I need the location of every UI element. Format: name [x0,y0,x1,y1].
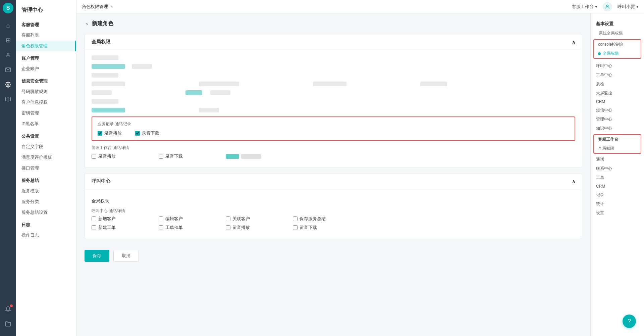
cancel-button[interactable]: 取消 [113,250,139,262]
right-nav-knowledge-center[interactable]: 知识中心 [591,124,644,133]
perm-mgmt-recording-download-input[interactable] [159,154,163,159]
settings-icon[interactable] [1,78,15,91]
checkbox-recording-download-input[interactable] [135,131,140,136]
right-nav-sms-center[interactable]: 短信中心 [591,106,644,115]
blur-row-5 [92,90,575,95]
perm-mgmt-extra[interactable] [226,154,279,159]
right-nav-call-center[interactable]: 呼叫中心 [591,61,644,70]
blur-row-2 [92,64,575,69]
right-nav-big-screen[interactable]: 大屏监控 [591,89,644,98]
blur-row-4 [92,82,575,86]
perm-link-customer[interactable]: 关联客户 [226,216,279,222]
workspace-selector[interactable]: 客服工作台 ▾ [572,4,597,10]
home-icon[interactable]: ⌂ [1,19,15,32]
tab-close-button[interactable]: × [111,5,113,9]
right-nav-settings[interactable]: 设置 [591,208,644,218]
nav-item-satisfaction-template[interactable]: 满意度评价模板 [16,152,76,163]
right-nav-contact-center[interactable]: 联系中心 [591,164,644,173]
red-box-label: 业务记录-通话记录 [98,121,569,127]
perm-voicemail-download-input[interactable] [293,225,298,230]
call-center-body: 全局权限 呼叫中心-通话详情 新增客户 编辑客户 关 [85,189,582,239]
perm-edit-customer[interactable]: 编辑客户 [159,216,212,222]
perm-voicemail-play-input[interactable] [226,225,230,230]
blur-block [185,90,202,95]
nav-item-service-settings[interactable]: 服务总结设置 [16,207,76,218]
perm-voicemail-play[interactable]: 留音播放 [226,225,279,231]
call-center-header[interactable]: 呼叫中心 ∧ [85,174,582,189]
perm-add-customer[interactable]: 新增客户 [92,216,145,222]
right-nav-statistics[interactable]: 统计 [591,199,644,208]
bell-icon[interactable] [1,302,15,316]
call-perm-row-2: 新建工单 工单催单 留音播放 留音下载 [92,225,575,231]
global-permissions-body: 业务记录-通话记录 录音播放 录音下载 [85,50,582,167]
right-nav-workorder[interactable]: 工单 [591,173,644,182]
book-icon[interactable] [1,93,15,106]
right-nav-customer-global[interactable]: 全局权限 [594,144,641,153]
right-nav-crm2[interactable]: CRM [591,182,644,190]
nav-item-role-permissions[interactable]: 角色权限管理 [16,41,76,51]
perm-ticket-urge-input[interactable] [159,225,163,230]
nav-item-operation-log[interactable]: 操作日志 [16,230,76,241]
perm-save-summary[interactable]: 保存服务总结 [293,216,346,222]
perm-edit-customer-label: 编辑客户 [165,216,183,222]
perm-new-ticket[interactable]: 新建工单 [92,225,145,231]
global-permissions-header[interactable]: 全局权限 ∧ [85,34,582,50]
folder-icon[interactable] [1,317,15,331]
app-logo: S [3,3,13,13]
right-nav-normal-items: 呼叫中心 工单中心 质检 大屏监控 CRM 短信中心 管理中心 知识中心 [591,61,644,133]
blur-row-6 [92,99,575,104]
back-button[interactable]: ＜ [85,21,89,27]
perm-link-customer-label: 关联客户 [232,216,250,222]
perm-add-customer-input[interactable] [92,217,96,221]
nav-item-customer-auth[interactable]: 客户信息授权 [16,97,76,108]
nav-item-custom-fields[interactable]: 自定义字段 [16,141,76,152]
right-nav-global-permissions-dot-row: 全局权限 [594,49,641,58]
nav-item-number-mask[interactable]: 号码脱敏规则 [16,86,76,97]
apps-icon[interactable]: ⊞ [1,34,15,47]
checkbox-recording-play[interactable]: 录音播放 [98,130,122,136]
right-nav-quality-check[interactable]: 质检 [591,80,644,89]
nav-item-agent-list[interactable]: 客服列表 [16,30,76,41]
nav-item-service-template[interactable]: 服务模版 [16,186,76,196]
mgmt-workbench-label: 管理工作台-通话详情 [92,145,575,151]
right-nav-call[interactable]: 通话 [591,155,644,164]
perm-ticket-urge[interactable]: 工单催单 [159,225,212,231]
tab-role-permissions[interactable]: 角色权限管理 [82,4,108,10]
dot-indicator [598,52,601,55]
save-button[interactable]: 保存 [85,250,109,262]
perm-mgmt-recording-download[interactable]: 录音下载 [159,153,212,159]
perm-new-ticket-input[interactable] [92,225,96,230]
perm-mgmt-recording-play[interactable]: 录音播放 [92,153,145,159]
user-icon[interactable] [1,48,15,62]
right-nav-console-group: console控制台 全局权限 [593,39,641,59]
checkbox-recording-play-input[interactable] [98,131,102,136]
right-nav-ticket-center[interactable]: 工单中心 [591,70,644,80]
help-button[interactable]: ? [623,315,636,328]
call-global-label: 全局权限 [92,195,575,205]
perm-voicemail-download[interactable]: 留音下载 [293,225,346,231]
right-nav-crm[interactable]: CRM [591,98,644,106]
perm-link-customer-input[interactable] [226,217,230,221]
nav-item-interface-management[interactable]: 接口管理 [16,163,76,174]
right-nav-records[interactable]: 记录 [591,190,644,199]
right-nav-global-permissions[interactable]: 全局权限 [603,51,619,56]
nav-item-enterprise-account[interactable]: 企业账户 [16,63,76,74]
global-permissions-collapse-icon[interactable]: ∧ [572,39,575,45]
user-menu[interactable]: 呼叫小贾 ▾ [618,4,639,10]
nav-item-service-category[interactable]: 服务分类 [16,196,76,207]
perm-mgmt-recording-play-input[interactable] [92,154,96,159]
mail-icon[interactable] [1,63,15,77]
top-bar-right: 客服工作台 ▾ 呼叫小贾 ▾ [572,2,639,11]
call-center-collapse-icon[interactable]: ∧ [572,179,575,184]
perm-edit-customer-input[interactable] [159,217,163,221]
right-nav-system-permissions[interactable]: 系统全局权限 [591,29,644,38]
blur-block [199,82,239,86]
nav-item-ip-blacklist[interactable]: IP黑名单 [16,118,76,129]
checkbox-recording-download[interactable]: 录音下载 [135,130,159,136]
perm-save-summary-input[interactable] [293,217,298,221]
right-nav-admin-center[interactable]: 管理中心 [591,115,644,124]
right-nav-customer-workbench[interactable]: 客服工作台 [594,135,641,144]
call-subsection-label: 呼叫中心-通话详情 [92,208,575,214]
nav-item-key-management[interactable]: 密钥管理 [16,108,76,118]
right-nav-console[interactable]: console控制台 [594,40,641,49]
